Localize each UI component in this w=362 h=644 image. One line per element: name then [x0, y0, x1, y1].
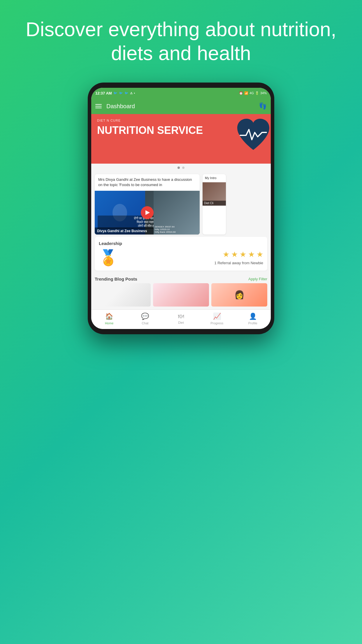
star-5: ★ [256, 250, 263, 259]
trending-header: Trending Blog Posts Apply Filter [91, 274, 271, 283]
nav-profile[interactable]: 👤 Profile [242, 313, 263, 325]
leadership-row: 🏅 ★ ★ ★ ★ ★ 1 Referral away from Newbie [99, 249, 263, 267]
star-2: ★ [231, 250, 238, 259]
twitter-icon-3: 🐦 [124, 91, 129, 95]
badge-icon: 🏅 [99, 249, 118, 267]
video-thumbnail-side[interactable]: Diet Cli [203, 182, 226, 206]
blog-thumb-3[interactable]: 👩 [211, 283, 267, 307]
phone-frame: 12:37 AM 🐦 🐦 🐦 ⚠ • ⏰ 📶 4G 🔋 34% [82, 83, 280, 644]
leadership-section: Leadership 🏅 ★ ★ ★ ★ ★ 1 Referral away [95, 237, 267, 271]
nav-progress[interactable]: 📈 Progress [207, 313, 227, 325]
video-card-main-text: Mrs Divya Gandhi at Zee Business to have… [95, 174, 200, 190]
home-icon: 🏠 [105, 313, 113, 320]
twitter-icon-1: 🐦 [113, 91, 117, 95]
status-right: ⏰ 📶 4G 🔋 34% [239, 91, 267, 95]
referral-text: 1 Referral away from Newbie [214, 261, 263, 265]
video-card-side-text: My Intro [203, 174, 226, 182]
star-3: ★ [240, 250, 246, 259]
video-thumbnail-main[interactable]: डेंगी का ईलाक खतरनाकपिछले साल महान...लोग… [95, 191, 200, 235]
alarm-icon: ⏰ [239, 91, 243, 95]
bottom-nav: 🏠 Home 💬 Chat 🍽 Diet 📈 Progress 👤 [91, 309, 271, 329]
carousel-dots [91, 164, 271, 172]
status-bar: 12:37 AM 🐦 🐦 🐦 ⚠ • ⏰ 📶 4G 🔋 34% [91, 88, 271, 98]
dot-2[interactable] [182, 167, 184, 169]
status-left: 12:37 AM 🐦 🐦 🐦 ⚠ • [95, 91, 135, 95]
nav-diet[interactable]: 🍽 Diet [171, 313, 191, 324]
app-title: Dashboard [106, 103, 259, 110]
battery-percent: 34% [260, 91, 267, 95]
profile-icon: 👤 [249, 313, 257, 320]
blog-thumbnails: 👩 [91, 283, 271, 309]
phone-body: 12:37 AM 🐦 🐦 🐦 ⚠ • ⏰ 📶 4G 🔋 34% [88, 83, 274, 334]
banner: DIET N CURE NUTRITION SERVICE [91, 114, 271, 164]
video-label-side: Diet Cli [203, 201, 226, 206]
progress-label: Progress [210, 321, 223, 325]
diet-label: Diet [178, 321, 184, 324]
stars-row: ★ ★ ★ ★ ★ [223, 250, 263, 259]
hamburger-menu[interactable] [95, 104, 102, 108]
star-4: ★ [248, 250, 255, 259]
profile-label: Profile [248, 321, 257, 325]
apply-filter-button[interactable]: Apply Filter [248, 277, 267, 281]
stars-column: ★ ★ ★ ★ ★ 1 Referral away from Newbie [124, 250, 263, 265]
blog-thumb-2[interactable] [153, 283, 209, 307]
nav-home[interactable]: 🏠 Home [99, 313, 120, 325]
chat-icon: 💬 [141, 313, 149, 320]
twitter-icon-2: 🐦 [119, 91, 123, 95]
nav-chat[interactable]: 💬 Chat [135, 313, 155, 325]
wifi-icon: 📶 [244, 91, 248, 95]
hero-text: Discover everything about nutrition, die… [0, 0, 362, 77]
dot-1[interactable] [178, 167, 180, 169]
warning-icon: ⚠ [130, 92, 133, 95]
battery-icon: 🔋 [255, 91, 259, 95]
phone-screen: 12:37 AM 🐦 🐦 🐦 ⚠ • ⏰ 📶 4G 🔋 34% [91, 88, 271, 329]
trending-title: Trending Blog Posts [95, 276, 137, 281]
home-label: Home [105, 321, 113, 325]
video-cards-row: Mrs Divya Gandhi at Zee Business to have… [91, 172, 271, 237]
star-1: ★ [223, 250, 229, 259]
blog-thumb-1[interactable] [95, 283, 151, 307]
video-card-main: Mrs Divya Gandhi at Zee Business to have… [95, 174, 200, 234]
steps-icon[interactable]: 👣 [259, 102, 267, 110]
heart-icon [234, 116, 271, 154]
video-card-side: My Intro Diet Cli [203, 174, 226, 234]
app-bar: Dashboard 👣 [91, 98, 271, 114]
diet-icon: 🍽 [178, 313, 184, 320]
leadership-title: Leadership [99, 241, 263, 246]
main-content: Mrs Divya Gandhi at Zee Business to have… [91, 172, 271, 309]
chat-label: Chat [142, 321, 148, 325]
play-button[interactable] [141, 206, 154, 219]
network-label: 4G [249, 91, 254, 95]
time: 12:37 AM [95, 91, 112, 95]
progress-icon: 📈 [213, 313, 221, 320]
dot-icon: • [134, 92, 135, 95]
